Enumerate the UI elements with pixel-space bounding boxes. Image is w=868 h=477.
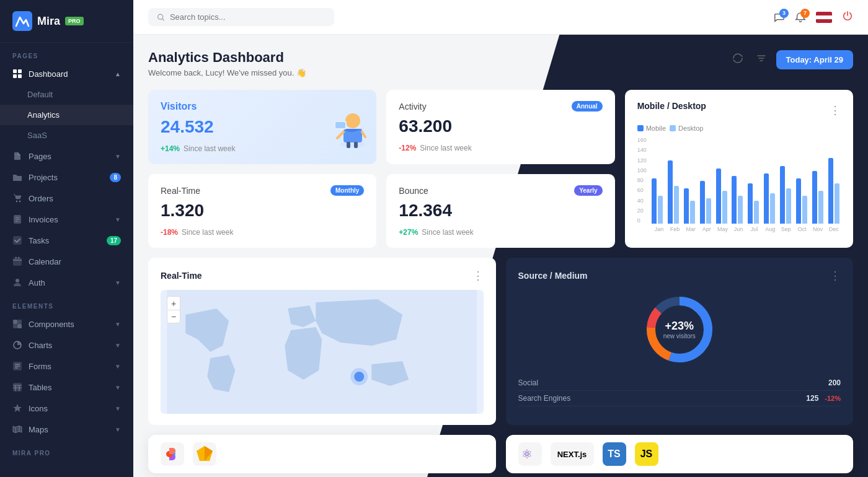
sidebar-item-dashboard[interactable]: Dashboard ▲ [0, 63, 133, 84]
sidebar-section-pages: PAGES Dashboard ▲ Default Analytics SaaS… [0, 43, 133, 293]
tables-label: Tables [29, 383, 52, 392]
bar-desktop-feb [674, 186, 679, 224]
page-subtitle: Welcome back, Lucy! We've missed you. 👋 [148, 68, 306, 77]
bar-label-jul: Jul [747, 226, 761, 232]
sidebar-item-default[interactable]: Default [0, 84, 133, 105]
bar-mobile-jun [732, 176, 737, 224]
filter-button[interactable] [753, 50, 770, 69]
source-search-change: -12% [825, 395, 841, 402]
bounce-change: +27% [399, 228, 418, 237]
brand-strip: ⚛ NEXT.js TS JS [148, 435, 853, 473]
stats-grid: Visitors 24.532 +14% Since last week [148, 90, 853, 248]
sidebar-item-components[interactable]: Components ▼ [0, 313, 133, 335]
activity-label: Activity [399, 102, 426, 112]
sidebar-item-charts[interactable]: Charts ▼ [0, 335, 133, 356]
realtime-stat-header: Real-Time Monthly [161, 185, 364, 196]
sidebar-item-projects[interactable]: Projects 8 [0, 167, 133, 188]
sidebar-item-icons[interactable]: Icons ▼ [0, 398, 133, 419]
activity-value: 63.200 [399, 116, 602, 136]
topbar-right: 3 7 [774, 10, 853, 24]
bar-mobile-sep [780, 166, 785, 224]
forms-label: Forms [29, 362, 51, 371]
bell-button[interactable]: 7 [795, 12, 806, 23]
source-table: Social 200 Search Engines 125 -12% [518, 375, 841, 406]
chat-button[interactable]: 3 [774, 12, 785, 23]
donut-sublabel: new visitors [663, 333, 696, 339]
sidebar-item-invoices[interactable]: Invoices ▼ [0, 209, 133, 230]
bar-label-apr: Apr [699, 226, 714, 232]
svg-point-6 [19, 201, 20, 202]
source-row-social: Social 200 [518, 375, 841, 391]
today-button[interactable]: Today: April 29 [776, 50, 853, 69]
map-zoom-out[interactable]: − [167, 310, 180, 323]
sidebar-item-maps[interactable]: Maps ▼ [0, 419, 133, 440]
sidebar-item-orders[interactable]: Orders [0, 188, 133, 209]
pages-chevron: ▼ [115, 153, 121, 160]
sidebar-item-calendar[interactable]: Calendar [0, 251, 133, 272]
bar-desktop-may [722, 191, 727, 224]
bar-label-feb: Feb [668, 226, 682, 232]
bar-group-jul [746, 143, 761, 224]
source-social-val: 200 [828, 379, 841, 387]
bounce-badge: Yearly [574, 185, 602, 196]
world-map-svg [161, 290, 484, 414]
svg-rect-15 [13, 324, 17, 328]
sidebar-item-tasks[interactable]: Tasks 17 [0, 230, 133, 251]
bar-group-dec [826, 143, 841, 224]
svg-rect-19 [13, 383, 22, 392]
calendar-label: Calendar [29, 257, 61, 266]
power-button[interactable] [842, 10, 853, 24]
visitors-label: Visitors [161, 101, 197, 112]
bar-desktop-nov [818, 191, 823, 224]
sidebar-item-auth[interactable]: Auth ▼ [0, 272, 133, 293]
map-controls: + − [167, 296, 180, 323]
source-menu[interactable]: ⋮ [830, 269, 841, 282]
bar-mobile-jan [652, 178, 657, 224]
sidebar-item-tables[interactable]: Tables ▼ [0, 377, 133, 398]
svg-point-5 [16, 201, 17, 202]
invoices-label: Invoices [29, 215, 58, 224]
sidebar-item-analytics[interactable]: Analytics [0, 105, 133, 125]
realtime-map-title: Real-Time [161, 271, 202, 281]
sidebar-item-saas[interactable]: SaaS [0, 125, 133, 146]
sidebar: Mira PRO PAGES Dashboard ▲ Default Analy… [0, 0, 133, 477]
auth-label: Auth [29, 278, 45, 287]
svg-rect-27 [354, 142, 358, 148]
bounce-since: Since last week [422, 228, 473, 237]
realtime-change: -18% [161, 228, 178, 237]
page-header-left: Analytics Dashboard Welcome back, Lucy! … [148, 50, 306, 77]
search-wrap[interactable] [148, 8, 334, 26]
activity-footer: -12% Since last week [399, 144, 602, 152]
sidebar-item-forms[interactable]: Forms ▼ [0, 356, 133, 377]
svg-rect-3 [13, 74, 17, 78]
elements-section-label: ELEMENTS [0, 293, 133, 313]
mobile-desktop-menu[interactable]: ⋮ [830, 103, 841, 117]
sidebar-item-pages[interactable]: Pages ▼ [0, 146, 133, 167]
map-zoom-in[interactable]: + [167, 296, 180, 310]
realtime-map-menu[interactable]: ⋮ [472, 269, 484, 282]
bell-badge: 7 [800, 9, 810, 18]
donut-chart: +23% new visitors [642, 292, 717, 367]
calendar-icon [12, 256, 22, 266]
refresh-button[interactable] [729, 50, 746, 69]
svg-line-29 [362, 132, 365, 137]
sidebar-section-elements: ELEMENTS Components ▼ Charts ▼ Forms ▼ T… [0, 293, 133, 440]
icons-chevron: ▼ [115, 405, 121, 412]
pages-section-label: PAGES [0, 43, 133, 63]
realtime-stat-label: Real-Time [161, 186, 200, 196]
typescript-icon: TS [603, 442, 626, 466]
bar-mobile-apr [700, 181, 705, 224]
svg-rect-13 [13, 320, 17, 324]
projects-label: Projects [29, 173, 58, 182]
search-icon [157, 13, 165, 22]
svg-point-32 [350, 368, 368, 385]
pages-label: Pages [29, 152, 51, 161]
bottom-grid: Real-Time ⋮ + − [148, 258, 853, 425]
language-flag[interactable] [816, 12, 832, 23]
search-input[interactable] [170, 12, 326, 22]
visitors-since: Since last week [184, 144, 235, 153]
svg-text:⚛: ⚛ [521, 447, 533, 461]
source-medium-card: Source / Medium ⋮ [506, 258, 854, 425]
bar-label-aug: Aug [763, 226, 777, 232]
tasks-badge: 17 [107, 236, 121, 245]
